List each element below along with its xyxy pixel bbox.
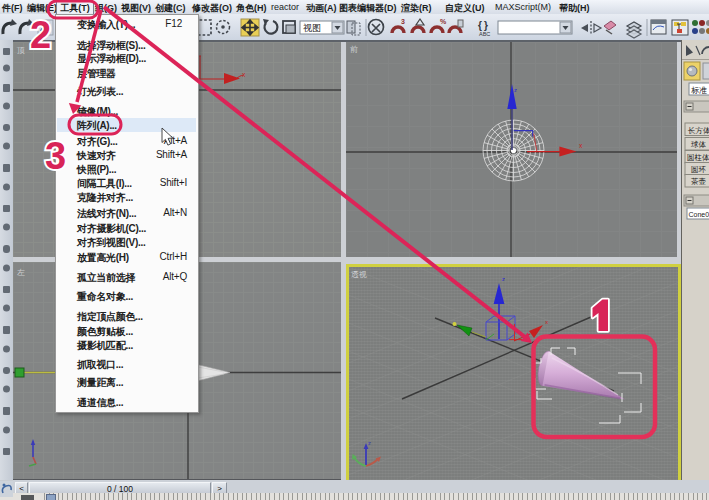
- svg-text:z: z: [368, 440, 371, 446]
- svg-text:Cone0: Cone0: [689, 211, 709, 218]
- svg-text:标准: 标准: [691, 86, 707, 95]
- svg-text:3: 3: [401, 18, 405, 25]
- svg-text:视图: 视图: [303, 23, 321, 33]
- svg-text:圆环: 圆环: [691, 165, 707, 174]
- svg-text:x: x: [545, 319, 548, 325]
- svg-text:z: z: [514, 87, 517, 93]
- svg-text:x: x: [242, 71, 246, 78]
- svg-text:x: x: [579, 142, 583, 149]
- svg-text:茶壶: 茶壶: [691, 177, 707, 186]
- svg-text:%: %: [440, 18, 447, 25]
- svg-text:z: z: [502, 276, 505, 282]
- svg-text:ABC: ABC: [479, 31, 490, 37]
- svg-text:长方体: 长方体: [687, 126, 709, 135]
- svg-text:球体: 球体: [691, 140, 707, 149]
- svg-text:圆柱体: 圆柱体: [687, 153, 709, 162]
- svg-text:{ }: { }: [478, 20, 488, 31]
